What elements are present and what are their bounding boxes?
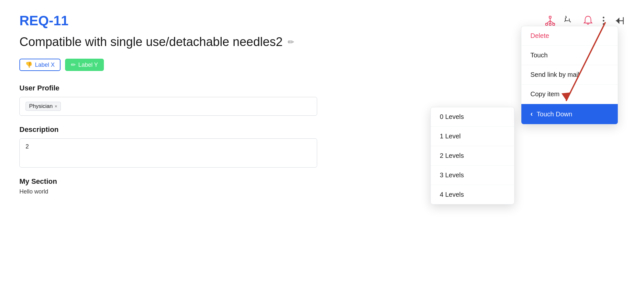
- svg-point-12: [603, 23, 605, 25]
- touch-down-chevron-icon: ‹: [530, 110, 533, 118]
- label-y-icon: ✏: [71, 61, 76, 68]
- sub-0-levels[interactable]: 0 Levels: [431, 107, 514, 127]
- dropdown-touch-down[interactable]: ‹ Touch Down: [521, 104, 618, 124]
- user-profile-field[interactable]: Physician ×: [19, 97, 317, 116]
- description-field[interactable]: 2: [19, 138, 317, 168]
- svg-rect-3: [553, 23, 555, 25]
- bell-icon[interactable]: [583, 16, 593, 26]
- label-x-badge[interactable]: 👎 Label X: [19, 59, 61, 71]
- dropdown-touch[interactable]: Touch: [521, 46, 618, 65]
- label-x-icon: 👎: [25, 61, 32, 68]
- sub-2-levels[interactable]: 2 Levels: [431, 146, 514, 166]
- dropdown-send-link[interactable]: Send link by mail: [521, 65, 618, 85]
- svg-line-9: [569, 21, 571, 22]
- sub-3-levels[interactable]: 3 Levels: [431, 166, 514, 185]
- physician-tag-close[interactable]: ×: [55, 104, 57, 109]
- label-y-badge[interactable]: ✏ Label Y: [65, 59, 104, 71]
- svg-rect-2: [549, 23, 551, 25]
- dropdown-delete[interactable]: Delete: [521, 26, 618, 46]
- edit-title-icon[interactable]: ✏: [288, 38, 294, 47]
- my-section-value: Hello world: [19, 188, 625, 195]
- physician-tag: Physician ×: [26, 102, 61, 111]
- svg-line-5: [547, 21, 550, 23]
- description-label: Description: [19, 125, 625, 134]
- more-icon[interactable]: [602, 16, 605, 26]
- history-icon[interactable]: [564, 16, 574, 26]
- sub-dropdown-menu: 0 Levels 1 Level 2 Levels 3 Levels 4 Lev…: [430, 107, 515, 205]
- svg-point-11: [603, 20, 605, 22]
- svg-point-10: [603, 17, 605, 18]
- dropdown-copy-item[interactable]: Copy item: [521, 85, 618, 104]
- svg-rect-0: [549, 16, 551, 18]
- label-x-text: Label X: [35, 62, 55, 68]
- back-icon[interactable]: [614, 16, 625, 26]
- sub-4-levels[interactable]: 4 Levels: [431, 185, 514, 204]
- network-icon[interactable]: [545, 16, 555, 26]
- sub-1-level[interactable]: 1 Level: [431, 127, 514, 146]
- main-content: REQ-11: [0, 0, 644, 304]
- req-id: REQ-11: [19, 13, 69, 29]
- header-icons: [545, 16, 625, 26]
- dropdown-menu: Delete Touch Send link by mail Copy item…: [521, 26, 618, 124]
- svg-line-7: [550, 21, 554, 23]
- svg-rect-1: [546, 23, 548, 25]
- my-section-label: My Section: [19, 177, 625, 186]
- label-y-text: Label Y: [78, 62, 98, 68]
